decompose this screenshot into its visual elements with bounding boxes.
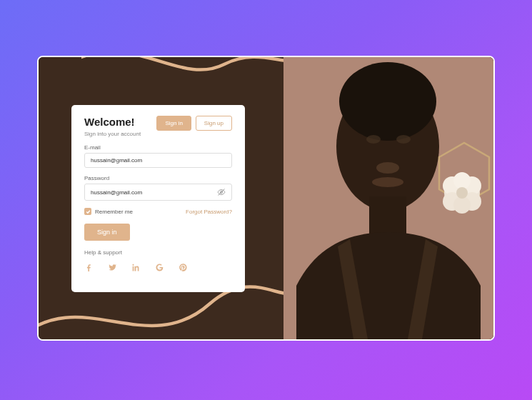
password-field-group: Password (84, 175, 232, 201)
remember-me[interactable]: Remember me (84, 208, 133, 215)
linkedin-icon[interactable] (131, 263, 141, 272)
svg-point-7 (396, 135, 411, 144)
twitter-icon[interactable] (108, 263, 117, 272)
welcome-title: Welcome! (84, 114, 141, 129)
eye-off-icon[interactable] (217, 188, 226, 196)
signin-button[interactable]: Sign in (84, 224, 130, 241)
svg-point-15 (453, 172, 471, 189)
password-input[interactable] (91, 189, 217, 196)
svg-point-16 (453, 196, 471, 214)
email-input-wrap[interactable] (84, 153, 232, 168)
email-input[interactable] (91, 157, 226, 164)
welcome-subtitle: Sign into your account (84, 131, 141, 137)
help-support-link[interactable]: Help & support (84, 249, 232, 256)
hero-image-panel (283, 57, 493, 339)
email-label: E-mail (84, 144, 232, 151)
password-label: Password (84, 175, 232, 181)
google-icon[interactable] (155, 263, 164, 272)
svg-point-4 (339, 62, 436, 141)
remember-forgot-row: Remember me Forgot Password? (84, 208, 232, 215)
tab-signin[interactable]: Sign in (156, 116, 191, 131)
password-input-wrap[interactable] (84, 184, 232, 201)
tab-signup[interactable]: Sign up (196, 116, 232, 131)
form-header-row: Welcome! Sign into your account Sign in … (84, 114, 232, 137)
signin-form-panel: Welcome! Sign into your account Sign in … (71, 105, 245, 292)
facebook-icon[interactable] (84, 263, 94, 272)
svg-point-8 (376, 162, 399, 174)
forgot-password-link[interactable]: Forgot Password? (186, 209, 232, 215)
auth-card: Welcome! Sign into your account Sign in … (37, 56, 495, 341)
auth-tabs: Sign in Sign up (156, 116, 232, 131)
svg-point-6 (366, 135, 381, 144)
left-decorative-panel: Welcome! Sign into your account Sign in … (39, 57, 283, 339)
pinterest-icon[interactable] (179, 263, 188, 272)
remember-checkbox[interactable] (84, 208, 91, 215)
check-icon (86, 209, 91, 214)
hero-portrait-image (283, 57, 493, 339)
email-field-group: E-mail (84, 144, 232, 168)
svg-point-17 (456, 187, 468, 199)
svg-point-9 (372, 177, 403, 187)
social-login-row (84, 263, 232, 272)
remember-label: Remember me (95, 209, 133, 215)
